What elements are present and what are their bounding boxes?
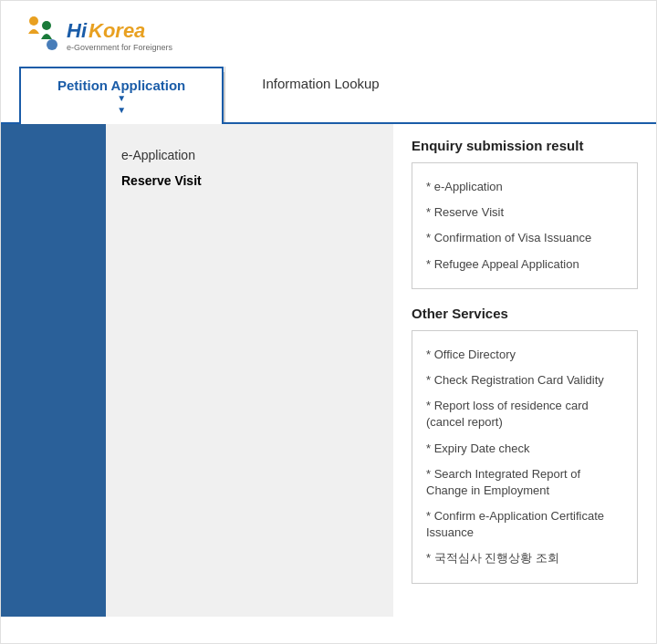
logo-subtitle: e-Government for Foreigners [67, 43, 172, 52]
menu-item-reserve-visit[interactable]: Reserve Visit [120, 168, 380, 193]
logo: Hi Korea e-Government for Foreigners [19, 12, 172, 59]
enquiry-title: Enquiry submission result [412, 138, 638, 153]
enquiry-item-refugee[interactable]: Refugee Appeal Application [426, 252, 623, 277]
left-menu: e-Application Reserve Visit [106, 124, 393, 617]
logo-icon [19, 12, 67, 59]
enquiry-item-reserve-visit[interactable]: Reserve Visit [426, 200, 623, 225]
tab-petition[interactable]: Petition Application ▼ [19, 67, 224, 124]
other-services-title: Other Services [412, 306, 638, 321]
svg-point-0 [29, 16, 38, 26]
nav-tabs: Petition Application ▼ Information Looku… [1, 67, 656, 124]
logo-text-area: Hi Korea e-Government for Foreigners [67, 19, 172, 52]
enquiry-item-eapplication[interactable]: e-Application [426, 174, 623, 200]
svg-point-2 [47, 39, 57, 50]
header: Hi Korea e-Government for Foreigners [1, 1, 656, 59]
service-nationality-review[interactable]: 국적심사 진행상황 조회 [426, 545, 623, 571]
enquiry-section: e-Application Reserve Visit Confirmation… [412, 162, 638, 289]
service-check-registration[interactable]: Check Registration Card Validity [426, 368, 623, 393]
main-content: e-Application Reserve Visit Enquiry subm… [1, 124, 656, 617]
service-expiry-date[interactable]: Expiry Date check [426, 436, 623, 462]
menu-item-eapplication[interactable]: e-Application [120, 142, 380, 168]
enquiry-item-visa[interactable]: Confirmation of Visa Issuance [426, 225, 623, 251]
other-services-section: Office Directory Check Registration Card… [412, 330, 638, 584]
tab-information[interactable]: Information Lookup [224, 67, 415, 122]
service-confirm-eapplication[interactable]: Confirm e-Application Certificate Issuan… [426, 504, 623, 545]
right-panel: Enquiry submission result e-Application … [393, 124, 656, 617]
service-report-loss[interactable]: Report loss of residence card (cancel re… [426, 393, 623, 435]
sidebar-blue [1, 124, 106, 617]
logo-korea-text: Korea [89, 19, 145, 43]
service-office-directory[interactable]: Office Directory [426, 342, 623, 368]
service-search-integrated[interactable]: Search Integrated Report of Change in Em… [426, 462, 623, 504]
logo-hi: Hi [67, 19, 87, 43]
svg-point-1 [42, 21, 51, 30]
